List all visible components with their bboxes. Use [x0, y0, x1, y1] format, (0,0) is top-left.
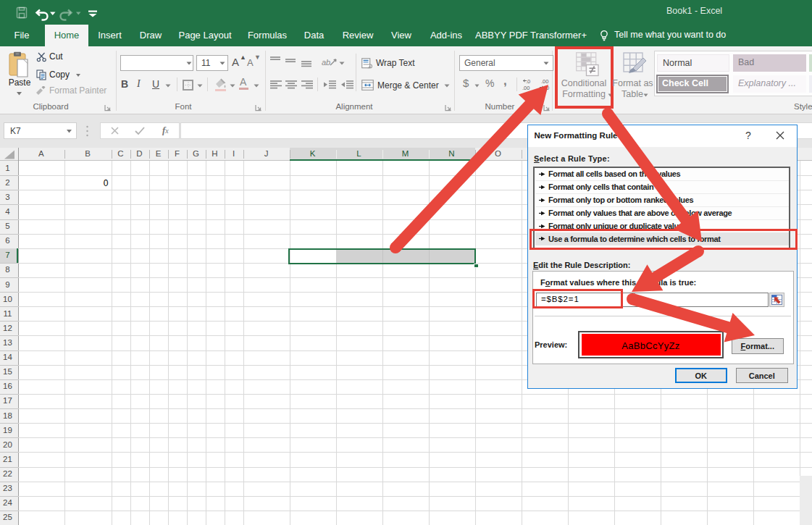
svg-text:ab: ab	[322, 58, 330, 67]
svg-text:.00: .00	[522, 85, 530, 91]
svg-text:.0: .0	[545, 85, 549, 91]
svg-text:.00: .00	[541, 78, 548, 85]
svg-text:.0: .0	[526, 78, 530, 85]
